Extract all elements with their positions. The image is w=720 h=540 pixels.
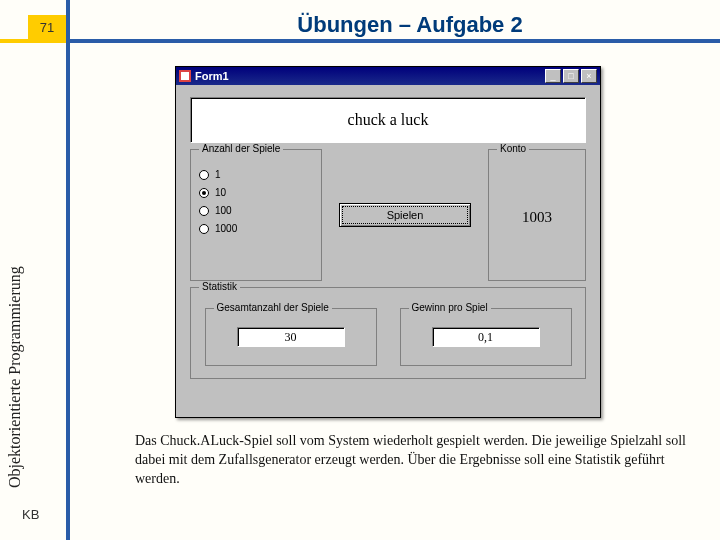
avg-gain-value: 0,1: [432, 327, 540, 347]
sidebar-caption: Objektorientierte Programmierung: [6, 266, 24, 488]
konto-value: 1003: [522, 209, 552, 226]
panel-title: chuck a luck: [348, 111, 429, 129]
page-number-box: 71: [28, 15, 66, 39]
app-icon: [179, 70, 191, 82]
group-avg-gain: 0,1: [400, 308, 572, 366]
client-area: chuck a luck 1 10 100 1000 Spielen 1003 …: [176, 85, 600, 393]
rule-yellow: [0, 39, 66, 43]
radio-label: 1000: [215, 223, 237, 234]
app-window: Form1 _ □ × chuck a luck 1 10 100 1000 S…: [175, 66, 601, 418]
radio-label: 1: [215, 169, 221, 180]
group-total-plays: 30: [205, 308, 377, 366]
window-title: Form1: [195, 70, 543, 82]
radio-label: 10: [215, 187, 226, 198]
title-panel: chuck a luck: [190, 97, 586, 143]
play-button[interactable]: Spielen: [339, 203, 471, 227]
radio-100[interactable]: 100: [199, 205, 313, 216]
page-number: 71: [40, 20, 54, 35]
close-button[interactable]: ×: [581, 69, 597, 83]
radio-label: 100: [215, 205, 232, 216]
radio-10[interactable]: 10: [199, 187, 313, 198]
group-konto: 1003: [488, 149, 586, 281]
svg-rect-1: [181, 72, 189, 80]
footer-initials: KB: [22, 507, 39, 522]
rule-vertical: [66, 0, 70, 540]
slide-title: Übungen – Aufgabe 2: [120, 12, 700, 38]
body-paragraph: Das Chuck.ALuck-Spiel soll vom System wi…: [135, 432, 700, 489]
group-plays: 1 10 100 1000: [190, 149, 322, 281]
total-plays-value: 30: [237, 327, 345, 347]
titlebar: Form1 _ □ ×: [176, 67, 600, 85]
maximize-button[interactable]: □: [563, 69, 579, 83]
center-col: Spielen: [328, 149, 482, 281]
radio-1000[interactable]: 1000: [199, 223, 313, 234]
radio-1[interactable]: 1: [199, 169, 313, 180]
rule-blue: [66, 39, 720, 43]
group-statistics: 30 0,1: [190, 287, 586, 379]
minimize-button[interactable]: _: [545, 69, 561, 83]
